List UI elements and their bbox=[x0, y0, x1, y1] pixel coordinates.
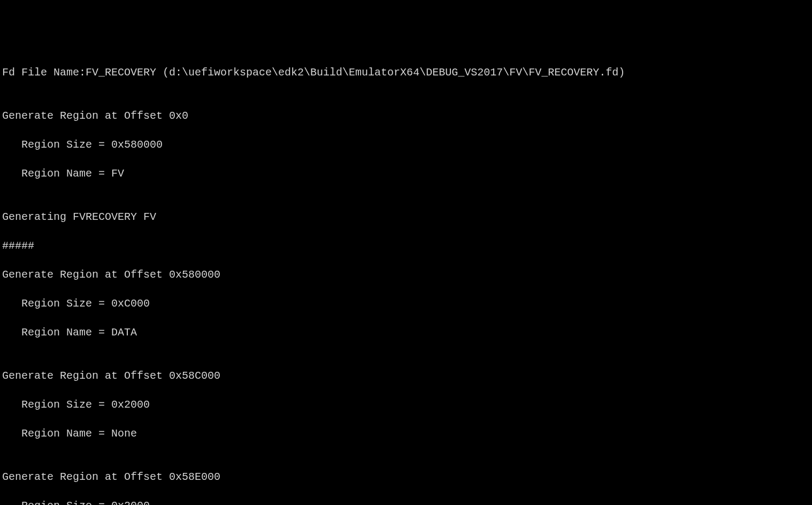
terminal-output-line: Fd File Name:FV_RECOVERY (d:\uefiworkspa… bbox=[2, 65, 810, 80]
terminal-output-line: Generate Region at Offset 0x0 bbox=[2, 109, 810, 123]
terminal-output-line: Region Name = None bbox=[2, 426, 810, 441]
terminal-output-line: Region Size = 0x2000 bbox=[2, 499, 810, 505]
terminal-output-line: Region Name = DATA bbox=[2, 325, 810, 340]
terminal-output-line: Generate Region at Offset 0x58C000 bbox=[2, 369, 810, 383]
terminal-output-line: Region Size = 0x2000 bbox=[2, 397, 810, 412]
terminal-output-line: Region Name = FV bbox=[2, 166, 810, 181]
terminal-output-line: Generating FVRECOVERY FV bbox=[2, 210, 810, 224]
terminal-output-line: Region Size = 0x580000 bbox=[2, 137, 810, 152]
terminal-output-line: Generate Region at Offset 0x580000 bbox=[2, 267, 810, 282]
terminal-output-line: Region Size = 0xC000 bbox=[2, 296, 810, 311]
terminal-output-line: Generate Region at Offset 0x58E000 bbox=[2, 470, 810, 484]
terminal-output-line: ##### bbox=[2, 239, 810, 253]
